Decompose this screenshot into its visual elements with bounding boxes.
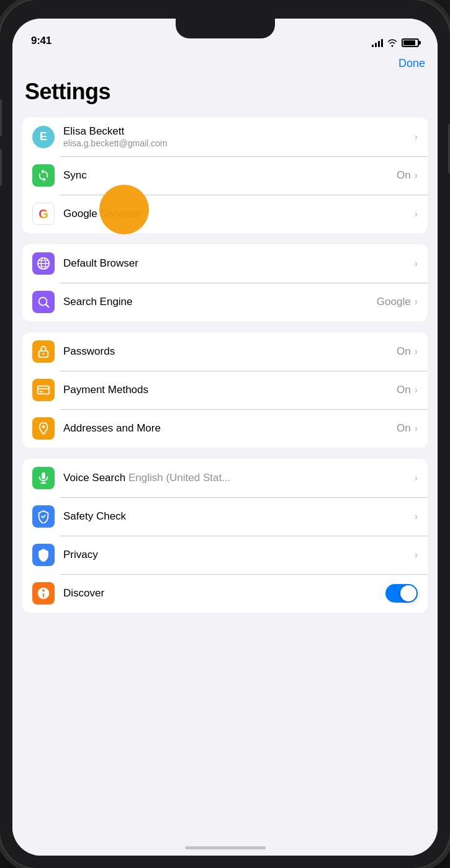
- addresses-label: Addresses and More: [63, 422, 397, 435]
- privacy-icon: [32, 544, 55, 566]
- avatar: E: [32, 126, 55, 148]
- payment-methods-icon: [32, 379, 55, 401]
- discover-icon: [32, 582, 55, 604]
- list-item-account[interactable]: E Elisa Beckett elisa.g.beckett@gmail.co…: [22, 117, 428, 156]
- safety-check-icon: [32, 505, 55, 528]
- settings-group-browser: Default Browser › Search Engine: [22, 244, 428, 321]
- addresses-status: On: [397, 422, 411, 435]
- passwords-icon: [32, 340, 55, 363]
- google-icon: G: [32, 203, 55, 225]
- default-browser-icon: [32, 252, 55, 275]
- privacy-label: Privacy: [63, 549, 415, 561]
- done-button[interactable]: Done: [398, 57, 425, 70]
- list-item-sync[interactable]: Sync On ›: [22, 156, 428, 195]
- safety-check-label: Safety Check: [63, 510, 415, 523]
- payment-methods-label: Payment Methods: [63, 384, 397, 396]
- chevron-right-icon: ›: [415, 346, 418, 357]
- list-item-safety-check[interactable]: Safety Check ›: [22, 497, 428, 536]
- list-item-search-engine[interactable]: Search Engine Google ›: [22, 283, 428, 321]
- chevron-right-icon: ›: [415, 170, 418, 181]
- list-item-passwords[interactable]: Passwords On ›: [22, 332, 428, 371]
- chevron-right-icon: ›: [415, 131, 418, 143]
- payment-status: On: [397, 384, 411, 396]
- list-item-payment-methods[interactable]: Payment Methods On ›: [22, 371, 428, 409]
- list-item-default-browser[interactable]: Default Browser ›: [22, 244, 428, 283]
- header-row: Done: [22, 52, 428, 73]
- account-name: Elisa Beckett: [63, 125, 415, 138]
- svg-line-6: [46, 304, 48, 307]
- settings-group-autofill: Passwords On ›: [22, 332, 428, 448]
- list-item-addresses[interactable]: Addresses and More On ›: [22, 409, 428, 448]
- phone-screen: 9:41 Done: [12, 19, 438, 856]
- list-item-discover[interactable]: Discover: [22, 574, 428, 613]
- discover-toggle[interactable]: [385, 584, 418, 603]
- list-item-google-services[interactable]: G Google Services ›: [22, 195, 428, 233]
- voice-search-icon: [32, 467, 55, 489]
- chevron-right-icon: ›: [415, 511, 418, 522]
- status-time: 9:41: [31, 35, 52, 47]
- voice-search-label: Voice Search English (United Stat...: [63, 472, 415, 484]
- chevron-right-icon: ›: [415, 296, 418, 308]
- volume-up-button[interactable]: [0, 99, 2, 136]
- svg-point-8: [43, 353, 45, 355]
- chevron-right-icon: ›: [415, 423, 418, 434]
- home-indicator: [185, 846, 266, 849]
- chevron-right-icon: ›: [415, 472, 418, 484]
- search-engine-label: Search Engine: [63, 296, 377, 308]
- chevron-right-icon: ›: [415, 258, 418, 269]
- account-email: elisa.g.beckett@gmail.com: [63, 138, 415, 148]
- list-item-voice-search[interactable]: Voice Search English (United Stat... ›: [22, 459, 428, 497]
- sync-icon: [32, 164, 55, 187]
- svg-point-12: [42, 425, 45, 428]
- phone-frame: 9:41 Done: [0, 0, 450, 868]
- chevron-right-icon: ›: [415, 208, 418, 219]
- screen-content[interactable]: Done Settings E Elisa Beckett elisa.g.be…: [12, 52, 438, 856]
- volume-down-button[interactable]: [0, 149, 2, 186]
- signal-bars-icon: [372, 38, 383, 47]
- svg-rect-9: [38, 386, 49, 394]
- chevron-right-icon: ›: [415, 384, 418, 396]
- wifi-icon: [387, 38, 398, 47]
- status-icons: [372, 38, 419, 47]
- settings-group-misc: Voice Search English (United Stat... ›: [22, 459, 428, 613]
- google-services-label: Google Services: [63, 208, 415, 220]
- sync-label: Sync: [63, 169, 397, 182]
- settings-group-account: E Elisa Beckett elisa.g.beckett@gmail.co…: [22, 117, 428, 233]
- discover-label: Discover: [63, 587, 385, 600]
- list-item-privacy[interactable]: Privacy ›: [22, 536, 428, 574]
- page-title: Settings: [22, 73, 428, 117]
- chevron-right-icon: ›: [415, 549, 418, 560]
- search-engine-value: Google: [377, 296, 411, 308]
- sync-status: On: [397, 169, 411, 182]
- passwords-status: On: [397, 345, 411, 358]
- passwords-label: Passwords: [63, 345, 397, 358]
- default-browser-label: Default Browser: [63, 257, 415, 270]
- notch: [176, 19, 275, 38]
- addresses-icon: [32, 417, 55, 440]
- search-engine-icon: [32, 291, 55, 313]
- battery-icon: [402, 38, 419, 47]
- svg-rect-13: [42, 472, 45, 479]
